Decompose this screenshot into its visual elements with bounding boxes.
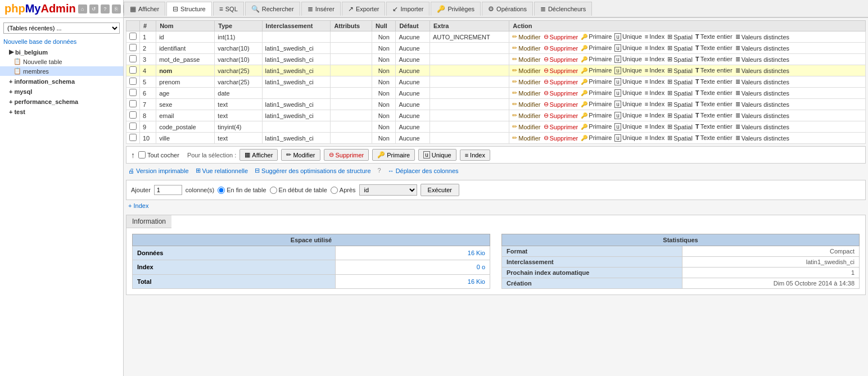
unique-link-2[interactable]: Unique <box>614 56 641 62</box>
sidebar-db-mysql-header[interactable]: + mysql <box>0 87 123 96</box>
index-link-1[interactable]: Index <box>645 44 664 51</box>
en-debut-radio[interactable] <box>270 187 277 194</box>
texte-entier-link-7[interactable]: Texte entier <box>695 112 733 119</box>
index-selection-btn[interactable]: ≡ Index <box>460 150 490 161</box>
modifier-link-7[interactable]: Modifier <box>512 112 540 119</box>
tab-sql[interactable]: ≡ SQL <box>213 2 244 16</box>
supprimer-link-4[interactable]: Supprimer <box>544 78 578 85</box>
texte-entier-link-9[interactable]: Texte entier <box>695 134 733 141</box>
new-database-link[interactable]: Nouvelle base de données <box>0 37 123 46</box>
unique-link-5[interactable]: Unique <box>614 89 641 96</box>
texte-entier-link-1[interactable]: Texte entier <box>695 44 733 51</box>
unique-link-6[interactable]: Unique <box>614 101 641 107</box>
home-icon[interactable]: ⌂ <box>78 4 87 13</box>
modifier-link-8[interactable]: Modifier <box>512 123 540 130</box>
index-link-0[interactable]: Index <box>645 33 664 40</box>
index-link-6[interactable]: Index <box>645 101 664 107</box>
add-column-input[interactable] <box>154 185 182 195</box>
valeurs-distinctes-link-1[interactable]: Valeurs distinctes <box>735 44 789 52</box>
row-checkbox-7[interactable] <box>129 111 137 119</box>
recent-tables-dropdown[interactable]: (Tables récentes) ... <box>3 22 120 34</box>
unique-link-4[interactable]: Unique <box>614 78 641 85</box>
tab-rechercher[interactable]: 🔍 Rechercher <box>245 2 300 16</box>
index-link-3[interactable]: Index <box>645 67 664 74</box>
tab-operations[interactable]: ⚙ Opérations <box>482 2 533 16</box>
apres-radio-label[interactable]: Après <box>331 187 356 194</box>
sidebar-item-nouvelle-table[interactable]: 📋 Nouvelle table <box>0 57 123 66</box>
sidebar-db-info-schema-header[interactable]: + information_schema <box>0 77 123 86</box>
supprimer-link-3[interactable]: Supprimer <box>544 67 578 74</box>
primaire-link-6[interactable]: Primaire <box>581 101 612 107</box>
en-fin-radio[interactable] <box>218 187 225 194</box>
en-debut-radio-label[interactable]: En début de table <box>270 187 327 194</box>
index-plus-link[interactable]: + Index <box>128 202 148 209</box>
valeurs-distinctes-link-8[interactable]: Valeurs distinctes <box>735 123 789 130</box>
spatial-link-5[interactable]: Spatial <box>667 89 693 97</box>
check-all-checkbox[interactable] <box>138 151 146 158</box>
sidebar-item-membres[interactable]: 📋 membres <box>0 66 123 76</box>
suggerer-link[interactable]: ⊟ Suggérer des optimisations de structur… <box>255 167 370 174</box>
row-checkbox-8[interactable] <box>129 123 137 130</box>
index-link-9[interactable]: Index <box>645 134 664 141</box>
supprimer-link-5[interactable]: Supprimer <box>544 89 578 97</box>
sidebar-db-test-header[interactable]: + test <box>0 107 123 116</box>
tab-inserer[interactable]: ≣ Insérer <box>301 2 341 16</box>
spatial-link-1[interactable]: Spatial <box>667 44 693 52</box>
help-icon[interactable]: ? <box>378 167 381 174</box>
valeurs-distinctes-link-3[interactable]: Valeurs distinctes <box>735 67 789 74</box>
primaire-link-8[interactable]: Primaire <box>581 123 612 130</box>
tab-afficher[interactable]: ▦ Afficher <box>124 2 165 16</box>
supprimer-link-1[interactable]: Supprimer <box>544 44 578 52</box>
primaire-link-0[interactable]: Primaire <box>581 33 612 40</box>
valeurs-distinctes-link-6[interactable]: Valeurs distinctes <box>735 101 789 108</box>
check-all-label[interactable]: Tout cocher <box>138 151 179 158</box>
unique-link-9[interactable]: Unique <box>614 134 641 141</box>
row-checkbox-0[interactable] <box>129 33 137 40</box>
primaire-selection-btn[interactable]: 🔑 Primaire <box>372 149 415 161</box>
spatial-link-2[interactable]: Spatial <box>667 56 693 63</box>
sidebar-db-perf-header[interactable]: + performance_schema <box>0 97 123 106</box>
row-checkbox-5[interactable] <box>129 89 137 96</box>
index-link-2[interactable]: Index <box>645 56 664 62</box>
tab-structure[interactable]: ⊟ Structure <box>166 2 212 16</box>
copy-icon[interactable]: ⎘ <box>112 4 121 13</box>
row-checkbox-6[interactable] <box>129 100 137 107</box>
supprimer-link-9[interactable]: Supprimer <box>544 134 578 142</box>
unique-link-1[interactable]: Unique <box>614 44 641 51</box>
valeurs-distinctes-link-5[interactable]: Valeurs distinctes <box>735 89 789 97</box>
vue-relationnelle-link[interactable]: ⊞ Vue relationnelle <box>196 167 248 174</box>
primaire-link-5[interactable]: Primaire <box>581 89 612 96</box>
valeurs-distinctes-link-9[interactable]: Valeurs distinctes <box>735 134 789 142</box>
spatial-link-3[interactable]: Spatial <box>667 67 693 74</box>
primaire-link-2[interactable]: Primaire <box>581 56 612 62</box>
modifier-link-4[interactable]: Modifier <box>512 78 540 85</box>
row-checkbox-3[interactable] <box>129 66 137 74</box>
row-checkbox-9[interactable] <box>129 134 137 141</box>
modifier-link-0[interactable]: Modifier <box>512 33 540 40</box>
row-checkbox-4[interactable] <box>129 78 137 85</box>
texte-entier-link-8[interactable]: Texte entier <box>695 123 733 130</box>
modifier-link-1[interactable]: Modifier <box>512 44 540 52</box>
index-link-4[interactable]: Index <box>645 78 664 85</box>
info-icon[interactable]: ? <box>101 4 110 13</box>
primaire-link-4[interactable]: Primaire <box>581 78 612 85</box>
texte-entier-link-6[interactable]: Texte entier <box>695 101 733 107</box>
texte-entier-link-3[interactable]: Texte entier <box>695 67 733 74</box>
unique-link-0[interactable]: Unique <box>614 33 641 40</box>
spatial-link-7[interactable]: Spatial <box>667 112 693 119</box>
primaire-link-3[interactable]: Primaire <box>581 67 612 74</box>
index-link-7[interactable]: Index <box>645 112 664 119</box>
supprimer-link-0[interactable]: Supprimer <box>544 33 578 40</box>
texte-entier-link-5[interactable]: Texte entier <box>695 89 733 96</box>
spatial-link-8[interactable]: Spatial <box>667 123 693 130</box>
tab-importer[interactable]: ↙ Importer <box>386 2 430 16</box>
supprimer-link-8[interactable]: Supprimer <box>544 123 578 130</box>
modifier-link-9[interactable]: Modifier <box>512 134 540 142</box>
valeurs-distinctes-link-0[interactable]: Valeurs distinctes <box>735 33 789 40</box>
spatial-link-0[interactable]: Spatial <box>667 33 693 40</box>
valeurs-distinctes-link-2[interactable]: Valeurs distinctes <box>735 56 789 63</box>
primaire-link-9[interactable]: Primaire <box>581 134 612 141</box>
spatial-link-4[interactable]: Spatial <box>667 78 693 85</box>
spatial-link-9[interactable]: Spatial <box>667 134 693 142</box>
modifier-selection-btn[interactable]: ✏ Modifier <box>281 149 320 161</box>
